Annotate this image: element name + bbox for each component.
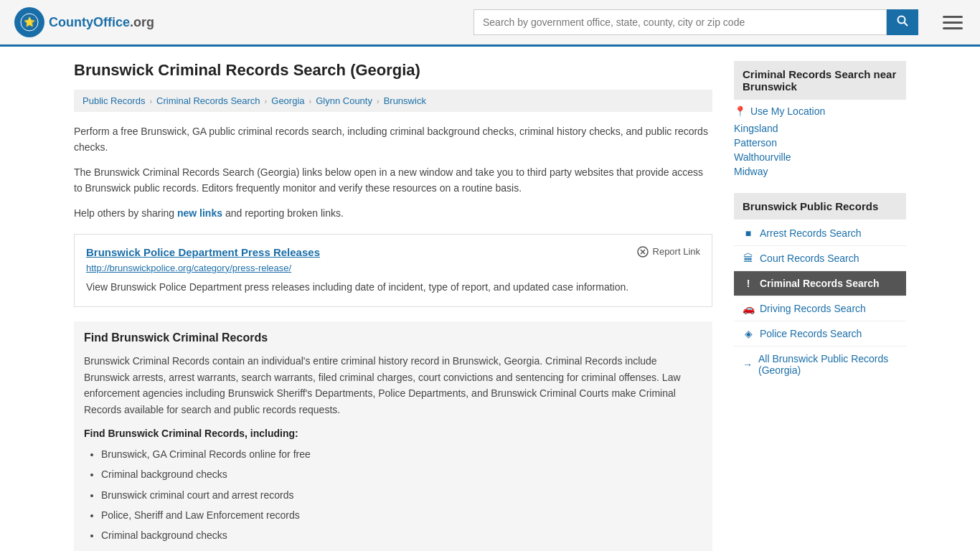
new-links-link[interactable]: new links (177, 207, 222, 219)
breadcrumb-brunswick[interactable]: Brunswick (384, 95, 426, 106)
court-records-label: Court Records Search (760, 253, 859, 264)
site-header: ⭐ CountyOffice.org (0, 0, 980, 47)
search-input[interactable] (473, 9, 887, 35)
svg-point-2 (898, 17, 905, 24)
use-location-link[interactable]: 📍 Use My Location (734, 101, 906, 121)
criminal-records-link[interactable]: ! Criminal Records Search (734, 271, 906, 296)
nearby-item: Patterson (734, 136, 906, 150)
sharing-text: Help others by sharing new links and rep… (74, 205, 712, 221)
hamburger-menu-button[interactable] (940, 13, 966, 32)
link-card-title[interactable]: Brunswick Police Department Press Releas… (86, 246, 320, 258)
sidebar-nearby-title: Criminal Records Search near Brunswick (734, 61, 906, 100)
breadcrumb-georgia[interactable]: Georgia (271, 95, 304, 106)
driving-records-label: Driving Records Search (760, 303, 866, 314)
hamburger-line (943, 27, 963, 29)
use-my-location-link[interactable]: Use My Location (750, 105, 825, 117)
content-area: Brunswick Criminal Records Search (Georg… (74, 61, 712, 551)
all-records-link: → All Brunswick Public Records (Georgia) (734, 347, 906, 382)
breadcrumb: Public Records › Criminal Records Search… (74, 90, 712, 112)
hamburger-line (943, 22, 963, 24)
page-title: Brunswick Criminal Records Search (Georg… (74, 61, 712, 80)
report-link-button[interactable]: Report Link (637, 246, 700, 258)
driving-records-link[interactable]: 🚗 Driving Records Search (734, 296, 906, 321)
svg-text:⭐: ⭐ (24, 16, 36, 28)
nearby-link-walthourville[interactable]: Walthourville (734, 151, 791, 163)
logo[interactable]: ⭐ CountyOffice.org (14, 7, 154, 37)
nearby-item: Midway (734, 164, 906, 179)
main-container: Brunswick Criminal Records Search (Georg… (60, 47, 920, 551)
public-records-criminal: ! Criminal Records Search (734, 271, 906, 296)
intro-text-1: Perform a free Brunswick, GA public crim… (74, 123, 712, 156)
find-records-title: Find Brunswick Criminal Records (84, 331, 702, 344)
intro-text-2: The Brunswick Criminal Records Search (G… (74, 164, 712, 197)
criminal-records-label: Criminal Records Search (760, 278, 880, 289)
nearby-list: Kingsland Patterson Walthourville Midway (734, 121, 906, 179)
arrow-icon: → (743, 359, 753, 370)
breadcrumb-glynn-county[interactable]: Glynn County (316, 95, 372, 106)
criminal-icon: ! (743, 278, 754, 289)
court-icon: 🏛 (743, 253, 754, 264)
link-url[interactable]: http://brunswickpolice.org/category/pres… (86, 263, 700, 273)
breadcrumb-sep: › (309, 97, 312, 105)
all-public-records-link[interactable]: → All Brunswick Public Records (Georgia) (734, 347, 906, 382)
list-item: Brunswick criminal court and arrest reco… (101, 487, 702, 503)
logo-text: CountyOffice.org (49, 15, 154, 30)
breadcrumb-criminal-records[interactable]: Criminal Records Search (156, 95, 260, 106)
sidebar: Criminal Records Search near Brunswick 📍… (734, 61, 906, 551)
logo-icon: ⭐ (14, 7, 44, 37)
search-container (473, 9, 918, 35)
breadcrumb-sep: › (377, 97, 380, 105)
arrest-records-link[interactable]: ■ Arrest Records Search (734, 221, 906, 245)
location-pin-icon: 📍 (734, 105, 746, 117)
list-item: Brunswick, GA Criminal Records online fo… (101, 446, 702, 462)
nearby-link-kingsland[interactable]: Kingsland (734, 123, 778, 134)
breadcrumb-sep: › (149, 97, 152, 105)
list-item: Criminal background checks (101, 466, 702, 482)
list-item: Criminal background checks (101, 527, 702, 543)
find-records-paragraph: Brunswick Criminal Records contain an in… (84, 353, 702, 418)
find-records-subtitle: Find Brunswick Criminal Records, includi… (84, 428, 702, 439)
find-records-list: Brunswick, GA Criminal Records online fo… (101, 446, 702, 544)
nearby-item: Kingsland (734, 121, 906, 136)
link-card: Brunswick Police Department Press Releas… (74, 234, 712, 307)
list-item: Police, Sheriff and Law Enforcement reco… (101, 507, 702, 523)
search-button[interactable] (887, 9, 918, 35)
link-description: View Brunswick Police Department press r… (86, 279, 700, 295)
public-records-police: ◈ Police Records Search (734, 321, 906, 347)
court-records-link[interactable]: 🏛 Court Records Search (734, 246, 906, 270)
nearby-link-midway[interactable]: Midway (734, 166, 768, 177)
police-records-label: Police Records Search (760, 328, 862, 339)
breadcrumb-sep: › (265, 97, 268, 105)
public-records-arrest: ■ Arrest Records Search (734, 221, 906, 246)
search-icon (897, 15, 908, 27)
police-records-link[interactable]: ◈ Police Records Search (734, 321, 906, 346)
public-records-court: 🏛 Court Records Search (734, 246, 906, 271)
find-records-section: Find Brunswick Criminal Records Brunswic… (74, 321, 712, 551)
arrest-records-label: Arrest Records Search (760, 227, 862, 239)
driving-icon: 🚗 (743, 303, 754, 314)
arrest-icon: ■ (743, 227, 754, 239)
logo-svg: ⭐ (20, 13, 39, 32)
report-icon (637, 246, 649, 258)
nearby-link-patterson[interactable]: Patterson (734, 137, 777, 149)
sidebar-public-records-title: Brunswick Public Records (734, 193, 906, 220)
public-records-list: ■ Arrest Records Search 🏛 Court Records … (734, 221, 906, 347)
breadcrumb-public-records[interactable]: Public Records (83, 95, 145, 106)
nearby-item: Walthourville (734, 150, 906, 164)
all-records-label: All Brunswick Public Records (Georgia) (758, 353, 897, 376)
police-icon: ◈ (743, 328, 754, 339)
hamburger-line (943, 16, 963, 18)
link-card-header: Brunswick Police Department Press Releas… (86, 246, 700, 258)
public-records-driving: 🚗 Driving Records Search (734, 296, 906, 321)
svg-line-3 (905, 23, 908, 27)
